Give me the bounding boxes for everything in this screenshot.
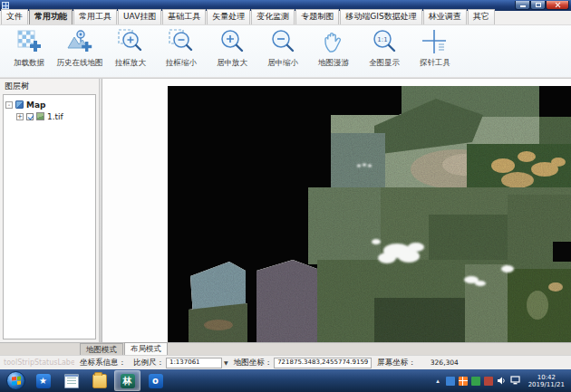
menu-tab-vector-processing[interactable]: 矢量处理 (207, 9, 250, 24)
volume-icon[interactable] (497, 376, 507, 386)
start-button[interactable] (6, 371, 25, 390)
status-hidden-label: toolStripStatusLabel1 (4, 359, 74, 367)
screen-coordinate-label: 屏幕坐标： (377, 358, 416, 368)
star-app-icon: ★ (36, 374, 51, 388)
toolbar: 加载数据 历史在线地图 (0, 25, 571, 78)
o-app-icon: o (149, 374, 163, 388)
raster-layer-icon (36, 112, 44, 120)
menu-tab-common-tools[interactable]: 常用工具 (73, 9, 117, 24)
menu-tab-basic-tools[interactable]: 基础工具 (162, 9, 206, 24)
center-zoom-in-icon (218, 27, 246, 56)
online-map-icon (66, 27, 93, 56)
tray-red-app-icon[interactable] (484, 377, 493, 386)
forestry-app-icon: 林 (121, 374, 135, 388)
layer-tree-panel: 图层树 - Map + 1.tif (0, 79, 100, 342)
journal-app-icon (64, 374, 79, 388)
view-mode-tab-strip: 地图模式 布局模式 (0, 342, 571, 355)
collapse-expander-icon[interactable]: - (5, 101, 13, 109)
tool-label: 探针工具 (420, 58, 450, 69)
map-root-label: Map (26, 100, 45, 110)
taskbar-clock[interactable]: 10:42 2019/11/21 (528, 374, 565, 388)
menu-tab-common-functions[interactable]: 常用功能 (29, 9, 73, 24)
box-zoom-out-icon (168, 27, 195, 56)
taskbar-forestry-app-button[interactable]: 林 (114, 370, 140, 391)
full-extent-button[interactable]: 1:1 全图显示 (359, 27, 410, 76)
probe-tool-button[interactable]: 探针工具 (410, 27, 460, 76)
taskbar-folder-button[interactable] (86, 370, 112, 391)
load-data-button[interactable]: 加载数据 (4, 27, 54, 76)
tool-label: 地图漫游 (318, 58, 349, 69)
main-area: 图层树 - Map + 1.tif (0, 78, 571, 342)
tab-layout-mode[interactable]: 布局模式 (124, 342, 168, 355)
tool-label: 拉框缩小 (166, 58, 197, 69)
center-zoom-out-icon (269, 27, 296, 56)
app-icon (2, 2, 9, 9)
taskbar-o-app-button[interactable]: o (142, 370, 169, 391)
application-window: 文件 常用功能 常用工具 UAV挂图 基础工具 矢量处理 变化监测 专题制图 移… (0, 0, 571, 392)
layer-visibility-checkbox[interactable] (26, 113, 34, 120)
pan-hand-icon (320, 27, 347, 56)
clock-time: 10:42 (528, 374, 565, 381)
menu-tab-forestry-survey[interactable]: 林业调查 (423, 9, 467, 24)
system-tray: ▴ 10:42 2019/11/21 (436, 374, 568, 388)
show-hidden-icons-button[interactable]: ▴ (436, 378, 440, 385)
map-view[interactable] (102, 79, 571, 342)
menu-tab-uav-map[interactable]: UAV挂图 (118, 9, 161, 24)
scale-value-combobox[interactable]: 1:137061 (166, 358, 222, 368)
expand-expander-icon[interactable]: + (16, 113, 24, 120)
tray-blue-app-icon[interactable] (446, 377, 455, 386)
center-zoom-in-button[interactable]: 居中放大 (207, 27, 257, 76)
maximize-button[interactable] (530, 1, 546, 10)
layer-tree[interactable]: - Map + 1.tif (3, 94, 96, 339)
tree-node-layer[interactable]: + 1.tif (5, 110, 93, 122)
maximize-icon (536, 3, 541, 7)
taskbar-journal-app-button[interactable] (58, 370, 84, 391)
tray-orange-app-icon[interactable] (459, 377, 468, 386)
svg-text:1:1: 1:1 (377, 36, 387, 43)
menu-tab-thematic-mapping[interactable]: 专题制图 (295, 9, 339, 24)
probe-crosshair-icon (421, 27, 449, 56)
scale-label: 比例尺： (133, 358, 164, 368)
tool-label: 居中缩小 (267, 58, 298, 69)
center-zoom-out-button[interactable]: 居中缩小 (257, 27, 308, 76)
tree-node-map[interactable]: - Map (5, 99, 93, 110)
crs-info-label: 坐标系信息： (80, 358, 126, 368)
combobox-arrow-icon[interactable]: ▼ (224, 359, 228, 366)
close-button[interactable] (546, 1, 569, 10)
minimize-button[interactable] (515, 1, 530, 10)
tool-label: 拉框放大 (115, 58, 146, 69)
box-zoom-in-icon (117, 27, 144, 56)
box-zoom-in-button[interactable]: 拉框放大 (105, 27, 156, 76)
tab-map-mode[interactable]: 地图模式 (80, 343, 123, 355)
menu-tab-mobile-gis-data[interactable]: 移动端GIS数据处理 (340, 9, 421, 24)
taskbar-star-app-button[interactable]: ★ (30, 370, 56, 391)
screen-coordinate-value: 326,304 (431, 359, 459, 367)
menu-tab-other[interactable]: 其它 (468, 9, 495, 24)
history-online-map-button[interactable]: 历史在线地图 (54, 27, 105, 76)
load-data-icon (15, 27, 43, 56)
minimize-icon (520, 5, 526, 7)
layer-name: 1.tif (47, 112, 63, 121)
clock-date: 2019/11/21 (528, 381, 565, 388)
tool-label: 全图显示 (369, 58, 400, 69)
network-icon[interactable] (510, 376, 521, 386)
close-icon (555, 2, 561, 8)
menu-tab-change-monitoring[interactable]: 变化监测 (251, 9, 295, 24)
box-zoom-out-button[interactable]: 拉框缩小 (156, 27, 207, 76)
pan-button[interactable]: 地图漫游 (308, 27, 359, 76)
status-bar: toolStripStatusLabel1 坐标系信息： 比例尺： 1:1370… (0, 355, 571, 369)
map-node-icon (15, 100, 24, 109)
map-image (102, 79, 571, 342)
map-coordinate-label: 地图坐标： (234, 358, 273, 368)
layer-panel-title: 图层树 (0, 79, 99, 93)
tray-green-app-icon[interactable] (471, 377, 480, 386)
windows-logo-icon (12, 376, 21, 385)
map-coordinate-value: 721875.3483,2455774.9159 (274, 358, 372, 368)
tool-label: 居中放大 (217, 58, 247, 69)
full-extent-icon: 1:1 (371, 27, 398, 56)
menu-tab-bar: 文件 常用功能 常用工具 UAV挂图 基础工具 矢量处理 变化监测 专题制图 移… (0, 11, 571, 25)
windows-taskbar: ★ 林 o ▴ 10 (0, 369, 571, 392)
tool-label: 历史在线地图 (57, 58, 103, 69)
tool-label: 加载数据 (14, 58, 44, 69)
menu-tab-file[interactable]: 文件 (1, 9, 28, 24)
